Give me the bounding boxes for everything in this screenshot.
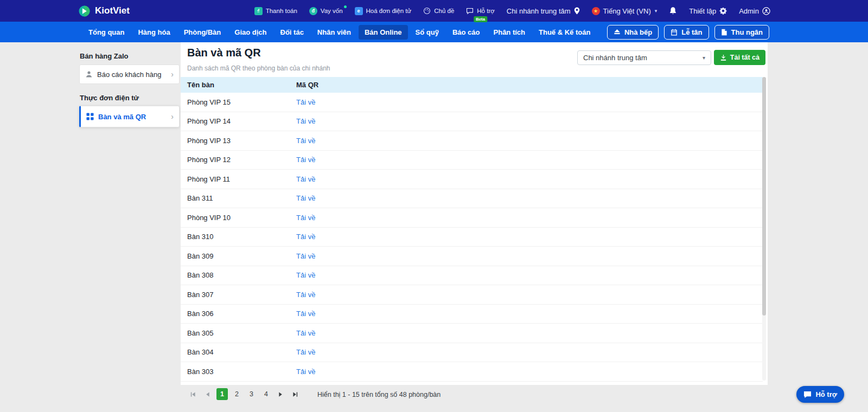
topbar-item-notifications[interactable] <box>669 7 677 15</box>
page-number-button[interactable]: 3 <box>246 388 257 400</box>
page-number-button[interactable]: 1 <box>216 388 228 400</box>
download-qr-link[interactable]: Tải về <box>296 291 315 299</box>
main-nav-items: Tổng quan Hàng hóa Phòng/Bàn Giao dịch Đ… <box>82 25 596 40</box>
chevron-right-icon: › <box>171 70 174 79</box>
last-page-icon <box>292 391 298 397</box>
table-row: Phòng VIP 10 Tải về <box>181 208 763 228</box>
table-cell-qr: Tải về <box>296 271 315 279</box>
loan-icon: đ <box>309 7 317 15</box>
download-qr-link[interactable]: Tải về <box>296 233 315 241</box>
download-qr-link[interactable]: Tải về <box>296 329 315 337</box>
nav-item[interactable]: Tổng quan <box>82 25 130 40</box>
support-fab-button[interactable]: Hỗ trợ <box>796 386 844 403</box>
page-number-button[interactable]: 4 <box>260 388 272 400</box>
table-scrollbar[interactable] <box>762 77 766 381</box>
branch-filter-value: Chi nhánh trung tâm <box>583 54 647 62</box>
location-pin-icon <box>574 7 580 15</box>
download-qr-link[interactable]: Tải về <box>296 175 315 183</box>
table-cell-qr: Tải về <box>296 368 315 376</box>
cashier-receipt-icon <box>721 29 727 36</box>
table-cell-name: Bàn 303 <box>181 368 296 376</box>
table-cell-name: Phòng VIP 13 <box>181 137 296 145</box>
topbar-item-branch[interactable]: Chi nhánh trung tâm <box>507 7 580 15</box>
download-qr-link[interactable]: Tải về <box>296 194 315 202</box>
page-subtitle: Danh sách mã QR theo phòng bàn của chi n… <box>187 65 330 72</box>
table-cell-name: Bàn 305 <box>181 329 296 337</box>
nav-item[interactable]: Báo cáo <box>446 25 486 40</box>
nav-item[interactable]: Phân tích <box>488 25 532 40</box>
table-row: Phòng VIP 11 Tải về <box>181 170 763 189</box>
sidebar-item-customer-report[interactable]: Báo cáo khách hàng › <box>79 65 180 84</box>
payment-icon: ₫ <box>254 7 263 15</box>
nav-item[interactable]: Bán Online <box>359 25 408 40</box>
table-row: Bàn 304 Tải về <box>181 343 763 363</box>
scrollbar-thumb[interactable] <box>762 77 766 316</box>
nav-item[interactable]: Sổ quỹ <box>410 25 445 40</box>
table-cell-name: Phòng VIP 12 <box>181 156 296 164</box>
navbar-inner: Tổng quan Hàng hóa Phòng/Bàn Giao dịch Đ… <box>82 22 769 42</box>
chat-bubble-icon <box>803 391 812 398</box>
download-qr-link[interactable]: Tải về <box>296 156 315 164</box>
sidebar-item-tables-qr[interactable]: Bàn và mã QR › <box>79 106 180 127</box>
branch-filter-select[interactable]: Chi nhánh trung tâm ▾ <box>577 50 711 65</box>
nav-actions: Nhà bếp Lễ tân Thu ngân <box>607 25 769 40</box>
topbar-item-support[interactable]: Hỗ trợ Beta <box>466 8 494 15</box>
nav-item[interactable]: Đối tác <box>275 25 310 40</box>
pagination-summary: Hiển thị 1 - 15 trên tổng số 48 phòng/bà… <box>317 391 441 398</box>
nav-item[interactable]: Giao dịch <box>228 25 272 40</box>
prev-page-icon <box>205 391 210 397</box>
download-qr-link[interactable]: Tải về <box>296 271 315 279</box>
topbar-item-loan[interactable]: đ Vay vốn <box>309 7 343 15</box>
reception-button[interactable]: Lễ tân <box>664 25 709 40</box>
nav-item[interactable]: Phòng/Bàn <box>178 25 227 40</box>
cashier-button[interactable]: Thu ngân <box>714 25 770 40</box>
download-qr-link[interactable]: Tải về <box>296 214 315 222</box>
nav-item[interactable]: Hàng hóa <box>132 25 176 40</box>
topbar-item-payment[interactable]: ₫ Thanh toán <box>254 7 297 15</box>
support-label: Hỗ trợ <box>477 8 494 14</box>
bell-icon <box>669 7 677 15</box>
beta-badge: Beta <box>474 16 487 22</box>
topbar-item-user[interactable]: Admin <box>739 7 770 15</box>
brand-label: KiotViet <box>95 5 130 16</box>
main-content-panel: Bàn và mã QR Danh sách mã QR theo phòng … <box>181 42 768 385</box>
topbar-item-settings[interactable]: Thiết lập <box>689 7 727 15</box>
language-label: Tiếng Việt (VN) <box>603 7 651 15</box>
tables-qr-label: Bàn và mã QR <box>98 113 146 121</box>
download-qr-link[interactable]: Tải về <box>296 310 315 318</box>
download-qr-link[interactable]: Tải về <box>296 98 315 106</box>
download-qr-link[interactable]: Tải về <box>296 348 315 356</box>
column-header-name: Tên bàn <box>181 81 296 89</box>
first-page-button[interactable] <box>187 388 199 400</box>
qr-table-header: Tên bàn Mã QR <box>181 77 763 93</box>
kiotviet-logo-icon <box>78 5 91 17</box>
topbar-item-theme[interactable]: Chủ đề <box>423 7 454 15</box>
kitchen-button[interactable]: Nhà bếp <box>607 25 659 40</box>
nav-item[interactable]: Nhân viên <box>311 25 357 40</box>
download-qr-link[interactable]: Tải về <box>296 117 315 125</box>
topbar-item-einvoice[interactable]: e Hoá đơn điện tử <box>355 7 412 15</box>
nav-item[interactable]: Thuế & Kế toán <box>533 25 596 40</box>
download-qr-link[interactable]: Tải về <box>296 252 315 260</box>
table-cell-qr: Tải về <box>296 252 315 260</box>
last-page-button[interactable] <box>290 388 301 400</box>
table-cell-name: Phòng VIP 15 <box>181 98 296 106</box>
page-number-button[interactable]: 2 <box>231 388 242 400</box>
table-row: Bàn 309 Tải về <box>181 247 763 266</box>
topbar-item-language[interactable]: ★ Tiếng Việt (VN) ▾ <box>592 7 658 15</box>
table-cell-name: Bàn 310 <box>181 233 296 241</box>
table-cell-qr: Tải về <box>296 194 315 202</box>
table-row: Phòng VIP 12 Tải về <box>181 151 763 170</box>
download-all-button[interactable]: Tải tất cả <box>714 50 765 65</box>
download-qr-link[interactable]: Tải về <box>296 137 315 145</box>
download-qr-link[interactable]: Tải về <box>296 368 315 376</box>
table-cell-name: Bàn 311 <box>181 194 296 202</box>
next-page-button[interactable] <box>275 388 286 400</box>
table-row: Bàn 303 Tải về <box>181 362 763 382</box>
table-cell-qr: Tải về <box>296 348 315 356</box>
prev-page-button[interactable] <box>202 388 213 400</box>
table-cell-name: Phòng VIP 14 <box>181 117 296 125</box>
user-label: Admin <box>739 7 759 15</box>
kiotviet-logo[interactable]: KiotViet <box>78 5 130 17</box>
pagination: 1 2 3 4 <box>187 388 301 400</box>
